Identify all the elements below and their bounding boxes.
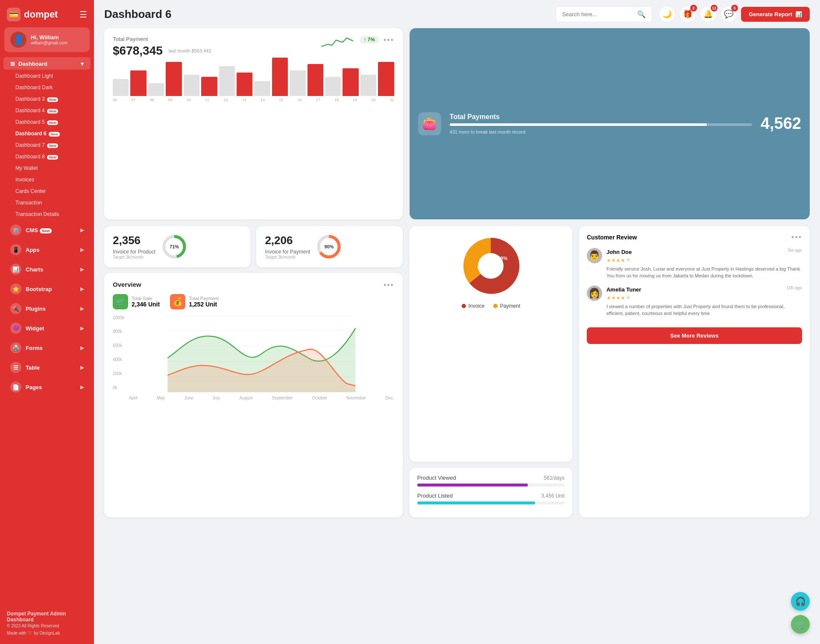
- invoice-payment-label: Invoice for Payment: [265, 249, 310, 255]
- pie-legend-invoice: Invoice: [462, 303, 485, 309]
- sidebar-item-my-wallet[interactable]: My Wallet: [3, 163, 91, 174]
- customer-review-card: Customer Review ••• 👨 John Doe 5m ago ★★…: [579, 226, 810, 518]
- user-info: Hi, William william@gmail.com: [31, 34, 67, 45]
- sidebar-label-cms: CMSNew: [26, 227, 52, 233]
- sidebar-item-plugins[interactable]: 🔌 Plugins ▶: [3, 299, 91, 318]
- bar-item: [201, 77, 217, 96]
- see-more-reviews-button[interactable]: See More Reviews: [587, 327, 802, 344]
- y-axis-labels: 1000k800k600k400k200k0k: [113, 315, 124, 390]
- chevron-right-icon: ▶: [80, 345, 84, 351]
- review-options-button[interactable]: •••: [791, 233, 802, 242]
- sidebar-item-charts[interactable]: 📊 Charts ▶: [3, 260, 91, 279]
- product-viewed-stat: Product Viewed 561/days: [417, 475, 565, 487]
- fab-container: 🎧 🛒: [791, 592, 810, 634]
- overview-options-button[interactable]: •••: [384, 281, 394, 290]
- chevron-right-icon: ▶: [80, 227, 84, 233]
- chat-icon: 💬: [724, 9, 733, 19]
- invoice-product-label: Invoice for Product: [113, 249, 155, 255]
- bar-item: [219, 66, 235, 96]
- sidebar-item-dashboard-6[interactable]: Dashboard 6New: [3, 128, 91, 139]
- bar-item: [378, 62, 394, 96]
- sidebar-item-forms[interactable]: 🖨️ Forms ▶: [3, 338, 91, 357]
- pages-icon: 📄: [10, 382, 21, 393]
- dashboard-grid-icon: ⊞: [10, 61, 15, 67]
- sidebar-item-cms[interactable]: ⚙️ CMSNew ▶: [3, 221, 91, 239]
- sidebar-item-widget[interactable]: 💜 Widget ▶: [3, 319, 91, 338]
- bar-item: [184, 75, 199, 96]
- gift-button[interactable]: 🎁 2: [679, 6, 696, 22]
- invoice-payment-donut: 90%: [316, 234, 342, 259]
- generate-report-button[interactable]: Generate Report 📊: [741, 7, 810, 22]
- invoice-payment-number: 2,206: [265, 234, 310, 247]
- page-title: Dashboard 6: [104, 8, 549, 21]
- mini-bar-chart: [113, 62, 394, 96]
- chat-button[interactable]: 💬 5: [720, 6, 737, 22]
- sidebar-item-transaction-details[interactable]: Transaction Details: [3, 209, 91, 220]
- sidebar-item-table[interactable]: ☰ Table ▶: [3, 358, 91, 377]
- star-rating: ★★★★★: [606, 256, 802, 264]
- footer-made: Made with ❤️ by DexignLab: [7, 631, 87, 635]
- product-listed-progress: [417, 501, 565, 504]
- topbar-actions: 🌙 🎁 2 🔔 12 💬 5 Generate Report 📊: [659, 6, 810, 22]
- bar-item: [308, 64, 323, 96]
- total-payment-label: Total Payment: [113, 36, 211, 42]
- sidebar-item-dashboard-5[interactable]: Dashboard 5New: [3, 117, 91, 128]
- blue-progress-fill: [450, 123, 707, 126]
- forms-icon: 🖨️: [10, 342, 21, 353]
- chart-icon: 📊: [795, 11, 802, 17]
- chevron-right-icon: ▶: [80, 286, 84, 292]
- cart-fab-button[interactable]: 🛒: [791, 615, 810, 634]
- invoice-payment-info: 2,206 Invoice for Payment Target 3k/mont…: [265, 234, 310, 259]
- invoice-product-info: 2,356 Invoice for Product Target 3k/mont…: [113, 234, 155, 259]
- chevron-right-icon: ▶: [80, 267, 84, 272]
- sidebar-item-bootstrap[interactable]: ⭐ Bootstrap ▶: [3, 280, 91, 298]
- sidebar-label-pages: Pages: [26, 384, 42, 390]
- bell-badge: 12: [711, 5, 718, 12]
- bell-button[interactable]: 🔔 12: [700, 6, 716, 22]
- sidebar-item-dashboard-4[interactable]: Dashboard 4New: [3, 105, 91, 116]
- sidebar-item-dashboard-8[interactable]: Dashboard 8New: [3, 151, 91, 162]
- bar-item: [113, 79, 129, 96]
- sidebar-item-transaction[interactable]: Transaction: [3, 197, 91, 208]
- theme-toggle-button[interactable]: 🌙: [659, 6, 675, 22]
- review-items: 👨 John Doe 5m ago ★★★★★ Friendly service…: [587, 248, 802, 317]
- sidebar-label-bootstrap: Bootstrap: [26, 286, 52, 292]
- review-time: 5m ago: [788, 248, 802, 253]
- trend-badge: ↑ 7%: [360, 36, 379, 44]
- total-payment-card: Total Payment $678,345 last month $563,4…: [104, 28, 403, 219]
- bar-item: [148, 83, 164, 96]
- sidebar-item-dashboard-7[interactable]: Dashboard 7New: [3, 140, 91, 151]
- sidebar-label-widget: Widget: [26, 325, 44, 332]
- overview-stats: 🛒 Total Sale 2,346 Unit 💰 Total Payment …: [113, 294, 394, 309]
- bar-item: [130, 70, 146, 96]
- sidebar-item-dashboard-3[interactable]: Dashboard 3New: [3, 93, 91, 105]
- sidebar-item-pages[interactable]: 📄 Pages ▶: [3, 378, 91, 396]
- apps-icon: 📱: [10, 244, 21, 255]
- sidebar-item-cards-center[interactable]: Cards Center: [3, 186, 91, 197]
- x-axis-labels: AprilMayJuneJulyAugustSeptemberOctoberNo…: [129, 396, 394, 400]
- sidebar-item-invoices[interactable]: Invoices: [3, 174, 91, 185]
- sidebar-item-dashboard[interactable]: ⊞ Dashboard ▾: [3, 57, 91, 70]
- sidebar-logo: 💳 dompet: [7, 8, 58, 21]
- bar-item: [325, 77, 341, 96]
- svg-text:62%: 62%: [477, 264, 488, 270]
- hamburger-button[interactable]: ☰: [79, 9, 87, 20]
- total-sale-value: 2,346 Unit: [132, 301, 160, 308]
- sidebar-footer: Dompet Payment Admin Dashboard © 2023 Al…: [0, 606, 94, 637]
- support-icon: 🎧: [795, 596, 806, 606]
- search-input[interactable]: [562, 11, 634, 17]
- svg-text:38%: 38%: [498, 256, 508, 261]
- product-viewed-label: Product Viewed: [417, 475, 456, 481]
- chat-badge: 5: [731, 5, 738, 12]
- sidebar-item-dashboard-light[interactable]: Dashboard Light: [3, 70, 91, 82]
- blue-total-payments-card: 👛 Total Payments 431 more to break last …: [410, 28, 810, 219]
- sidebar-item-dashboard-dark[interactable]: Dashboard Dark: [3, 82, 91, 93]
- avatar: 👤: [10, 32, 26, 48]
- sidebar-label-table: Table: [26, 364, 40, 371]
- invoice-product-target: Target 3k/month: [113, 255, 155, 259]
- widget-icon: 💜: [10, 323, 21, 334]
- support-fab-button[interactable]: 🎧: [791, 592, 810, 611]
- bar-item: [166, 62, 182, 96]
- card-options-button[interactable]: •••: [384, 36, 394, 45]
- sidebar-item-apps[interactable]: 📱 Apps ▶: [3, 240, 91, 259]
